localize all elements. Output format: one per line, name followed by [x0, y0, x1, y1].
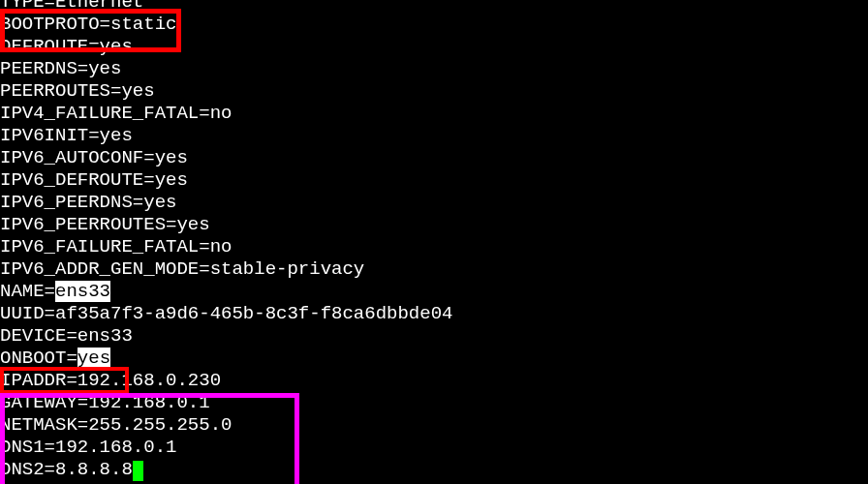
config-line-ipv4-failure: IPV4_FAILURE_FATAL=no [0, 103, 452, 125]
config-line-peerroutes: PEERROUTES=yes [0, 80, 452, 103]
onboot-value-highlight: yes [78, 348, 110, 369]
config-line-ipv6-autoconf: IPV6_AUTOCONF=yes [0, 147, 452, 169]
config-line-peerdns: PEERDNS=yes [0, 58, 452, 80]
config-line-type: TYPE=Ethernet [0, 0, 452, 14]
config-line-defroute: DEFROUTE=yes [0, 36, 452, 58]
terminal-text-area[interactable]: TYPE=Ethernet BOOTPROTO=static DEFROUTE=… [0, 0, 452, 481]
config-line-bootproto: BOOTPROTO=static [0, 14, 452, 36]
config-line-device: DEVICE=ens33 [0, 325, 452, 348]
name-value-highlight: ens33 [55, 281, 110, 302]
config-line-ipv6-peerroutes: IPV6_PEERROUTES=yes [0, 214, 452, 236]
config-line-netmask: NETMASK=255.255.255.0 [0, 414, 452, 437]
dns2-text: DNS2=8.8.8.8 [0, 459, 133, 480]
config-line-dns1: DNS1=192.168.0.1 [0, 437, 452, 459]
config-line-ipv6-failure: IPV6_FAILURE_FATAL=no [0, 236, 452, 258]
name-key: NAME= [0, 281, 55, 302]
config-line-uuid: UUID=af35a7f3-a9d6-465b-8c3f-f8ca6dbbde0… [0, 303, 452, 325]
config-line-ipaddr: IPADDR=192.168.0.230 [0, 370, 452, 392]
config-line-gateway: GATEWAY=192.168.0.1 [0, 392, 452, 414]
config-line-name: NAME=ens33 [0, 281, 452, 303]
config-line-ipv6-addr-gen: IPV6_ADDR_GEN_MODE=stable-privacy [0, 258, 452, 281]
config-line-dns2: DNS2=8.8.8.8 [0, 459, 452, 481]
onboot-key: ONBOOT= [0, 348, 78, 369]
config-line-onboot: ONBOOT=yes [0, 348, 452, 370]
config-line-ipv6-peerdns: IPV6_PEERDNS=yes [0, 192, 452, 214]
config-line-ipv6init: IPV6INIT=yes [0, 125, 452, 147]
config-line-ipv6-defroute: IPV6_DEFROUTE=yes [0, 169, 452, 192]
block-cursor-icon [133, 461, 144, 481]
